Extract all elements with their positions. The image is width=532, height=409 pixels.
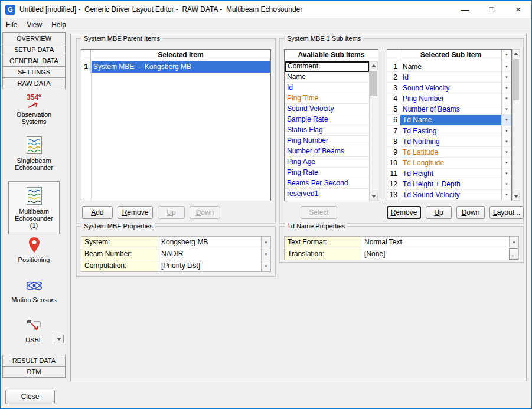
list-item[interactable]: Sound Velocity <box>285 104 369 114</box>
row-number: 4 <box>387 93 400 103</box>
dropdown-icon[interactable]: ▼ <box>501 104 511 114</box>
close-button[interactable]: Close <box>5 390 55 404</box>
table-row[interactable]: 13 Td Sound Velocity ▼ <box>387 190 511 201</box>
table-row[interactable]: 6 Td Name ▼ <box>387 115 511 126</box>
table-row[interactable]: 7 Td Easting ▼ <box>387 126 511 136</box>
scroll-thumb[interactable] <box>513 59 519 100</box>
list-item[interactable]: Name <box>285 72 369 83</box>
list-item[interactable]: Status Flag <box>285 125 369 136</box>
list-item[interactable]: Ping Number <box>285 136 369 146</box>
dropdown-icon[interactable]: ▼ <box>501 61 511 71</box>
table-row[interactable]: 11 Td Height ▼ <box>387 169 511 179</box>
dropdown-icon[interactable]: ▼ <box>501 190 511 200</box>
dropdown-icon[interactable]: ▼ <box>501 147 511 157</box>
dropdown-icon[interactable]: ▼ <box>501 115 511 125</box>
sidebar-item-motion-sensors[interactable]: Motion Sensors <box>4 278 64 316</box>
dropdown-icon[interactable]: ▼ <box>501 179 511 189</box>
list-item[interactable]: Id <box>285 83 369 93</box>
up-button[interactable]: Up <box>158 206 185 219</box>
dropdown-icon[interactable]: ▼ <box>261 237 270 248</box>
list-item[interactable]: Number of Beams <box>285 146 369 157</box>
dropdown-icon[interactable]: ▼ <box>501 136 511 146</box>
down-button[interactable]: Down <box>190 206 220 219</box>
sidebar-section-button[interactable]: RAW DATA <box>2 77 66 89</box>
window-title: Untitled [modified] - Generic Driver Lay… <box>19 5 452 14</box>
sidebar-item-positioning[interactable]: Positioning <box>4 237 64 277</box>
sidebar-section-button[interactable]: GENERAL DATA <box>2 55 66 67</box>
table-row[interactable]: 1 System MBE - Kongsberg MB <box>81 61 270 73</box>
sidebar-item-observation-systems[interactable]: 354° Observation Systems <box>4 94 64 135</box>
sidebar-section-button[interactable]: OVERVIEW <box>2 32 66 44</box>
table-row[interactable]: 8 Td Northing ▼ <box>387 136 511 147</box>
dropdown-icon[interactable]: ▼ <box>501 93 511 103</box>
field-label: System: <box>81 237 158 248</box>
field-value[interactable]: [None] <box>361 248 509 260</box>
down-sub-item-button[interactable]: Down <box>456 206 485 219</box>
table-row[interactable]: 2 Id ▼ <box>387 72 511 83</box>
dropdown-icon[interactable]: ▼ <box>509 237 518 248</box>
dropdown-icon[interactable]: ▼ <box>501 126 511 136</box>
select-button[interactable]: Select <box>301 206 337 219</box>
row-number-header <box>81 50 91 61</box>
remove-sub-item-button[interactable]: Remove <box>387 206 421 219</box>
field-value[interactable]: [Priority List] <box>158 260 261 271</box>
sidebar-item-usbl[interactable]: USBL <box>4 319 64 349</box>
dropdown-icon[interactable]: ▼ <box>261 248 270 260</box>
menu-file[interactable]: File <box>1 18 22 31</box>
title-bar: G Untitled [modified] - Generic Driver L… <box>1 1 531 18</box>
list-item[interactable]: Ping Time <box>285 93 369 104</box>
sidebar-section-button[interactable]: SETUP DATA <box>2 44 66 55</box>
menu-view[interactable]: View <box>22 18 47 31</box>
sidebar-item-singlebeam-echosounder[interactable]: Singlebeam Echosounder <box>4 136 64 180</box>
dropdown-icon[interactable]: ▼ <box>501 158 511 168</box>
row-number: 7 <box>387 126 400 136</box>
sidebar-item-multibeam-echosounder[interactable]: Multibeam Echosounder (1) <box>8 181 60 234</box>
table-row[interactable]: 10 Td Longitude ▼ <box>387 158 511 168</box>
dropdown-icon[interactable]: ▼ <box>501 169 511 179</box>
list-item[interactable]: Comment <box>285 61 369 72</box>
list-item[interactable]: Ping Rate <box>285 168 369 178</box>
table-row[interactable]: 1 Name ▼ <box>387 61 511 72</box>
sidebar-scroll-down-button[interactable] <box>54 335 64 343</box>
sidebar-section-button[interactable]: RESULT DATA <box>2 355 66 367</box>
dropdown-icon[interactable]: ▼ <box>261 260 270 271</box>
list-item[interactable]: Ping Age <box>285 157 369 168</box>
table-row[interactable]: 4 Ping Number ▼ <box>387 93 511 104</box>
layout-button[interactable]: Layout... <box>489 206 524 219</box>
row-number: 6 <box>387 115 400 125</box>
table-row[interactable]: 5 Number of Beams ▼ <box>387 104 511 115</box>
menu-help[interactable]: Help <box>47 18 71 31</box>
remove-button[interactable]: Remove <box>118 206 153 219</box>
table-row[interactable]: 9 Td Latitude ▼ <box>387 147 511 158</box>
property-row: Text Format: Normal Text ▼ <box>284 236 519 248</box>
table-row[interactable]: 12 Td Height + Depth ▼ <box>387 179 511 190</box>
close-window-button[interactable]: × <box>505 1 531 18</box>
list-item[interactable]: reserved1 <box>285 189 369 199</box>
field-value[interactable]: Normal Text <box>361 237 509 248</box>
scroll-down-button[interactable] <box>370 192 378 201</box>
table-row[interactable]: 3 Sound Velocity ▼ <box>387 83 511 93</box>
scroll-up-button[interactable] <box>370 61 378 70</box>
sidebar-section-button[interactable]: SETTINGS <box>2 66 66 78</box>
scroll-track[interactable] <box>370 70 378 192</box>
field-value[interactable]: Kongsberg MB <box>158 237 261 248</box>
field-value[interactable]: NADIR <box>158 248 261 260</box>
dropdown-icon[interactable]: ▼ <box>501 83 511 93</box>
minimize-button[interactable]: — <box>452 1 478 18</box>
up-sub-item-button[interactable]: Up <box>426 206 452 219</box>
scroll-down-button[interactable] <box>513 192 520 201</box>
scrollbar[interactable] <box>369 61 378 201</box>
scroll-up-button[interactable] <box>513 50 520 58</box>
list-item[interactable]: Sample Rate <box>285 114 369 125</box>
column-header: Selected Sub Item <box>400 50 501 61</box>
app-window: G Untitled [modified] - Generic Driver L… <box>0 0 532 409</box>
scrollbar[interactable] <box>512 49 520 201</box>
sidebar-section-button[interactable]: DTM <box>2 366 66 378</box>
ellipsis-button[interactable]: ... <box>509 248 518 260</box>
maximize-button[interactable]: □ <box>478 1 505 18</box>
dropdown-icon[interactable]: ▼ <box>501 72 511 82</box>
scroll-track[interactable] <box>513 58 520 192</box>
list-item[interactable]: Beams Per Second <box>285 178 369 189</box>
scroll-thumb[interactable] <box>370 71 377 96</box>
add-button[interactable]: Add <box>82 206 113 219</box>
